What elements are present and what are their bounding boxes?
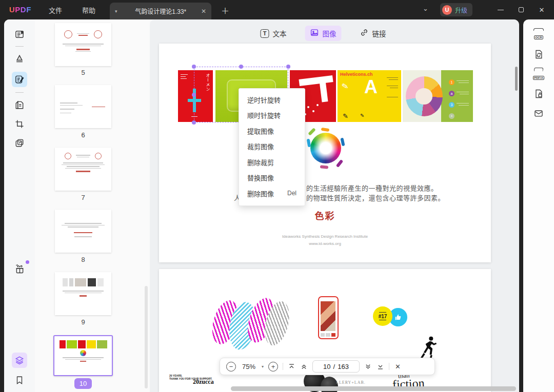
organize-pages-icon[interactable] (12, 97, 27, 113)
layers-icon[interactable] (12, 353, 27, 368)
comment-marker-icon[interactable] (12, 51, 27, 67)
tab-close-icon[interactable]: ✕ (201, 8, 206, 15)
institute-text: Ideaworks Synthesis Design Research Inst… (159, 234, 491, 239)
tool-link-label: 链接 (372, 28, 386, 38)
menu-file[interactable]: 文件 (49, 0, 62, 19)
pencil-icon: ✎ (360, 113, 364, 118)
thumbnail-panel: 5 6 7 8 9 (35, 19, 150, 392)
color-wheel-image[interactable] (307, 129, 345, 167)
zoom-out-button[interactable]: − (226, 362, 236, 372)
zoom-level[interactable]: 75% (241, 363, 257, 370)
mini-color-wheel (80, 350, 86, 356)
window-close-button[interactable]: ✕ (531, 0, 552, 19)
page-image-red-poster[interactable]: オーメン (178, 70, 213, 122)
maximize-button[interactable] (511, 0, 531, 19)
minimize-button[interactable] (490, 0, 511, 19)
thumbnail-page-10-selected[interactable] (53, 335, 113, 376)
thumbnail-page-7[interactable] (55, 148, 111, 191)
thumbnail-page-6[interactable] (55, 85, 111, 128)
selection-handle[interactable] (239, 65, 243, 69)
menu-item-replace-image[interactable]: 替换图像 (239, 170, 305, 186)
pencil-icon: ✎ (343, 112, 348, 120)
gift-icon[interactable] (12, 261, 27, 277)
phone-image (318, 296, 339, 339)
view-toolbar: − 75% ▾ + 10 / 163 ✕ (220, 358, 435, 375)
titlebar-chevron-down-icon[interactable]: ⌄ (423, 5, 428, 12)
new-tab-button[interactable]: ＋ (220, 4, 231, 16)
document-tab[interactable]: ▾ 气韵设计理论1.33* ✕ (110, 3, 211, 19)
horizontal-scrollbar[interactable] (231, 386, 516, 391)
notification-dot (26, 260, 29, 264)
menu-item-delete-image[interactable]: 删除图像Del (239, 185, 305, 201)
minimize-icon (498, 10, 504, 10)
image-context-menu: 逆时针旋转 顺时针旋转 提取图像 裁剪图像 删除裁剪 替换图像 删除图像Del (239, 88, 305, 206)
thumbnail-label: 5 (55, 69, 111, 76)
vertical-scrollbar[interactable] (515, 67, 518, 91)
last-page-button[interactable] (377, 363, 384, 370)
selection-handle[interactable] (286, 65, 290, 69)
updf-window: UPDF 文件 帮助 ▾ 气韵设计理论1.33* ✕ ＋ ⌄ U 升级 ✕ (0, 0, 554, 392)
tool-text[interactable]: T 文本 (255, 26, 292, 41)
page-image-helveticons[interactable]: Helveticons.ch ✎ A ✎ ✎ (338, 70, 401, 122)
arrow-graphic (92, 107, 105, 107)
mail-icon[interactable] (531, 106, 546, 121)
gallery-text: LLERY+LAB. (336, 380, 366, 385)
menu-item-rotate-cw[interactable]: 顺时针旋转 (239, 108, 305, 123)
brand-text: 20zucca (193, 378, 214, 386)
tool-text-label: 文本 (273, 28, 287, 38)
image-tool-icon (310, 28, 319, 38)
title-bar: UPDF 文件 帮助 ▾ 气韵设计理论1.33* ✕ ＋ ⌄ U 升级 ✕ (0, 0, 554, 19)
menu-item-extract-image[interactable]: 提取图像 (239, 123, 305, 139)
reader-mode-icon[interactable] (12, 27, 27, 42)
edit-pdf-icon[interactable] (12, 72, 27, 87)
thumbnail-page-8[interactable] (55, 210, 111, 253)
ocr-icon[interactable]: OCR (531, 27, 546, 42)
selection-handle[interactable] (192, 65, 196, 69)
edit-mode-toolbar: T 文本 图像 链接 (255, 26, 391, 41)
thumbnail-scrollbar[interactable] (145, 286, 148, 388)
page-image-green-brochure[interactable]: 1 a 3 + (403, 70, 473, 122)
tab-caret-icon[interactable]: ▾ (115, 9, 117, 14)
current-page: 10 (323, 363, 330, 370)
brochure-wheel-graphic (406, 76, 443, 116)
page-number-input[interactable]: 10 / 163 (312, 360, 360, 373)
previous-page-button[interactable] (300, 363, 308, 370)
upgrade-button[interactable]: U 升级 (440, 3, 472, 16)
right-toolbar: OCR PDF/A (523, 19, 554, 392)
menu-help[interactable]: 帮助 (82, 0, 95, 19)
thumbnail-label: 7 (55, 194, 111, 201)
thumbnail-label-selected: 10 (74, 378, 92, 389)
thumbnail-label: 8 (55, 256, 111, 263)
text-tool-icon: T (261, 29, 269, 38)
tool-link[interactable]: 链接 (355, 26, 391, 41)
rail-divider (15, 46, 24, 47)
pdfa-icon[interactable]: PDF/A (531, 67, 546, 82)
bookmark-icon[interactable] (12, 373, 27, 388)
maximize-icon (519, 7, 524, 12)
zoom-caret-icon[interactable]: ▾ (262, 364, 264, 369)
crop-pages-icon[interactable] (12, 116, 27, 132)
tool-image[interactable]: 图像 (305, 26, 342, 41)
protect-icon[interactable] (531, 86, 546, 101)
thumbnail-label: 9 (55, 318, 111, 326)
menu-item-crop-image[interactable]: 裁剪图像 (239, 139, 305, 155)
body-text-line2: 的物理性質所決定，還包含心理等許多因素。 (306, 193, 445, 202)
thumbnail-page-5[interactable] (55, 23, 111, 66)
toolbar-close-button[interactable]: ✕ (395, 363, 401, 370)
convert-icon[interactable] (531, 47, 546, 62)
zoom-in-button[interactable]: + (268, 362, 278, 372)
menu-item-rotate-ccw[interactable]: 逆时针旋转 (239, 92, 305, 108)
menu-item-remove-crop[interactable]: 删除裁剪 (239, 154, 305, 170)
avatar[interactable]: U (442, 5, 452, 15)
website-text: www.id-works.org (159, 241, 491, 246)
first-page-button[interactable] (288, 363, 295, 370)
tool-image-label: 图像 (323, 28, 337, 38)
left-toolbar (4, 19, 35, 392)
document-area: T 文本 图像 链接 オーメン (150, 19, 519, 392)
tab-title: 气韵设计理论1.33* (126, 7, 196, 15)
body-text-line1: 的生活經驗所產生的一種對光的視覺效應。 (306, 183, 438, 193)
updf-logo: UPDF (9, 5, 31, 14)
thumbnail-page-9[interactable] (55, 272, 111, 315)
watermark-icon[interactable] (12, 135, 27, 151)
next-page-button[interactable] (364, 363, 372, 370)
